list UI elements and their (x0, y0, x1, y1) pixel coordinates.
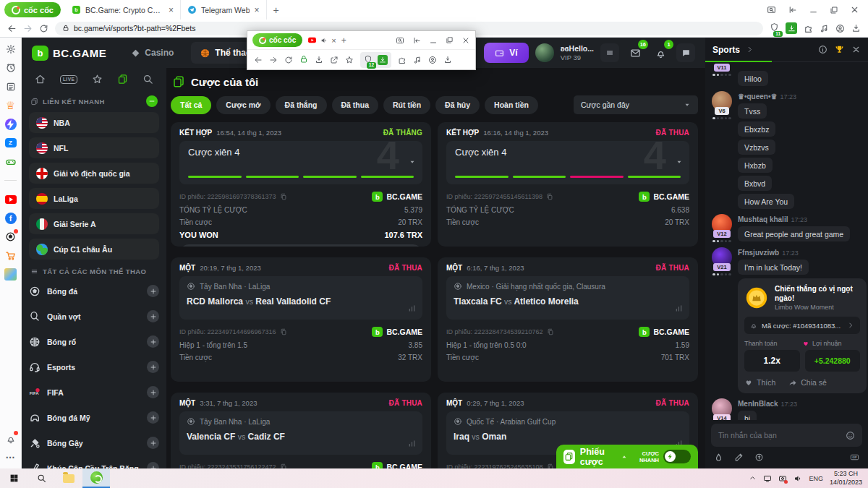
quick-link-5[interactable]: Cúp C1 châu Âu (29, 239, 159, 260)
chevron-right-icon[interactable] (746, 46, 754, 53)
match-info[interactable]: Tây Ban Nha · LaLigaRCD Mallorca vs Real… (179, 276, 422, 320)
expand-sport-button[interactable] (147, 437, 159, 449)
pen-icon[interactable] (734, 453, 744, 462)
mini-new-tab-button[interactable]: + (341, 35, 346, 46)
mini-youtube-tab[interactable]: × (307, 35, 336, 45)
mini-adblock-button[interactable]: 12 (364, 53, 373, 67)
quick-link-2[interactable]: Giải vô địch quốc gia (29, 163, 159, 184)
recent-tabs-icon[interactable] (788, 5, 797, 14)
match-info[interactable]: Mexico · Giải hạng nhất quốc gia, Clausu… (446, 276, 689, 320)
tab-close-icon[interactable]: × (254, 6, 259, 14)
network-icon[interactable] (763, 474, 772, 483)
filter-2[interactable]: Đã thắng (276, 96, 327, 114)
quick-link-1[interactable]: NFL (29, 137, 159, 158)
mini-download-button[interactable] (378, 55, 388, 65)
messenger-shortcut[interactable] (4, 118, 17, 130)
sort-dropdown[interactable]: Cược gần đây (574, 95, 698, 114)
mini-share-icon[interactable] (330, 56, 339, 64)
tab-search-icon[interactable] (767, 5, 776, 14)
back-icon[interactable] (7, 24, 17, 33)
filter-3[interactable]: Đã thua (332, 96, 379, 114)
bet-card-4[interactable]: MỘT3:31, 7 thg 1, 2023ĐÃ THUATây Ban Nha… (171, 393, 431, 468)
sport-item-0[interactable]: Bóng đá (29, 281, 159, 301)
downloads-icon[interactable] (851, 24, 861, 33)
sport-item-1[interactable]: Quần vợt (29, 306, 159, 327)
history-shortcut[interactable] (4, 61, 17, 74)
reload-icon[interactable] (39, 24, 48, 33)
filter-0[interactable]: Tất cả (171, 96, 211, 114)
bet-card-2[interactable]: MỘT20:19, 7 thg 1, 2023ĐÃ THUATây Ban Nh… (171, 257, 431, 382)
sport-item-3[interactable]: Esports (29, 356, 159, 377)
crown-shortcut[interactable]: ♕ (4, 99, 17, 111)
language-indicator[interactable]: ENG (809, 475, 823, 482)
expand-sport-button[interactable] (147, 462, 159, 468)
restore-icon[interactable] (830, 6, 838, 14)
favorites-icon[interactable] (92, 74, 103, 85)
mini-forward-icon[interactable] (269, 56, 278, 64)
bcgame-logo[interactable]: b BC.GAME (32, 46, 106, 61)
mini-tab-search-icon[interactable] (396, 36, 404, 45)
news-shortcut[interactable] (4, 80, 17, 93)
rain-icon[interactable] (714, 453, 723, 462)
more-shortcut[interactable]: ⋯ (4, 451, 17, 463)
youtube-shortcut[interactable] (4, 193, 17, 205)
add-shortcut[interactable] (4, 174, 17, 187)
trophy-icon[interactable] (835, 45, 844, 54)
mini-extensions-icon[interactable] (398, 56, 407, 64)
new-tab-button[interactable]: + (267, 4, 286, 16)
mini-close-icon[interactable] (461, 36, 470, 45)
quick-link-0[interactable]: NBA (29, 112, 159, 133)
close-window-icon[interactable] (850, 5, 859, 14)
mini-maximize-icon[interactable] (446, 36, 454, 44)
expand-sport-button[interactable] (147, 285, 159, 297)
copy-icon[interactable] (280, 328, 287, 335)
user-menu-button[interactable] (600, 43, 619, 62)
screen-record-icon[interactable] (778, 474, 787, 483)
profile-icon[interactable] (835, 24, 845, 33)
copy-icon[interactable] (280, 463, 287, 468)
avatar-shortcut[interactable] (4, 268, 17, 281)
quick-bet-toggle[interactable] (663, 450, 691, 463)
chat-tab-sports[interactable]: Sports (712, 45, 740, 55)
stats-icon[interactable] (408, 304, 416, 312)
copy-icon[interactable] (546, 193, 553, 200)
mini-reload-icon[interactable] (284, 56, 293, 64)
clock[interactable]: 5:23 CH14/01/2023 (830, 470, 862, 487)
coccoc-menu-button[interactable]: cốc cốc (4, 2, 61, 17)
download-extension-button[interactable] (786, 22, 797, 34)
mail-button[interactable]: 16 (626, 43, 644, 62)
copy-icon[interactable] (280, 193, 287, 200)
caret-down-icon[interactable] (676, 158, 683, 166)
nav-casino[interactable]: Casino (131, 48, 174, 58)
mini-bookmark-icon[interactable] (345, 56, 354, 64)
adblock-button[interactable]: 11 (770, 22, 779, 35)
filter-5[interactable]: Đã hủy (435, 96, 480, 114)
filter-6[interactable]: Hoàn tiền (485, 96, 538, 114)
emoji-icon[interactable] (846, 431, 855, 440)
quick-link-4[interactable]: Giải Serie A (29, 213, 159, 234)
filter-4[interactable]: Rút tiền (383, 96, 430, 114)
browser-tab-0[interactable]: bBC.Game: Crypto Casino Gan× (65, 0, 181, 20)
stats-icon[interactable] (408, 440, 416, 448)
mini-tab-close-icon[interactable]: × (331, 36, 336, 45)
expand-sport-button[interactable] (147, 335, 159, 348)
media-icon[interactable] (820, 24, 829, 33)
coccoc-taskbar-button[interactable] (82, 468, 110, 488)
chat-username[interactable]: MenInBlack17:23 (738, 400, 862, 408)
tab-close-icon[interactable]: × (169, 6, 174, 14)
settings-shortcut[interactable] (4, 43, 17, 55)
tray-expand-icon[interactable] (749, 474, 757, 482)
home-icon[interactable] (35, 74, 46, 85)
combo-selection[interactable]: Cược xiên 44 (446, 141, 689, 184)
wallet-button[interactable]: Ví (484, 43, 528, 63)
expand-sport-button[interactable] (147, 310, 159, 322)
close-chat-icon[interactable] (851, 45, 861, 54)
taskbar-search-button[interactable] (27, 468, 55, 488)
bet-card-0[interactable]: KẾT HỢP16:54, 14 thg 1, 2023ĐÃ THẮNGCược… (171, 122, 431, 247)
coin-icon[interactable] (754, 453, 764, 462)
minimize-icon[interactable] (809, 5, 818, 14)
mini-profile-icon[interactable] (428, 56, 437, 64)
live-icon[interactable]: LIVE (60, 75, 77, 84)
bell-shortcut[interactable] (4, 432, 17, 445)
cart-shortcut[interactable] (4, 249, 17, 262)
